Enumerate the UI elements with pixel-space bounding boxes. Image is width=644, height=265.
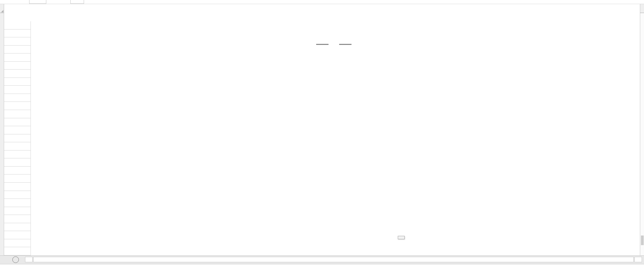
excel-window: [0, 0, 644, 265]
vertical-scrollbar[interactable]: [640, 13, 644, 255]
select-all-corner[interactable]: [0, 4, 4, 13]
add-sheet-button[interactable]: [12, 256, 19, 263]
horizontal-scrollbar-track[interactable]: [33, 257, 634, 262]
sheet-tab-bar: [0, 255, 644, 263]
status-bar: [0, 263, 644, 265]
row-headers: [0, 13, 4, 255]
plus-icon: [12, 256, 19, 263]
column-a-cells[interactable]: [4, 21, 31, 255]
chart-area[interactable]: [31, 21, 639, 255]
tab-navigation: [0, 256, 10, 263]
plot-area: [31, 21, 639, 255]
horizontal-scroll-left-button[interactable]: [25, 257, 33, 262]
name-box-remnant: [29, 0, 46, 4]
toolbar-control-remnant: [70, 0, 84, 4]
horizontal-scroll-right-button[interactable]: [634, 257, 642, 262]
scrollbar-corner: [640, 4, 644, 13]
vertical-scrollbar-thumb[interactable]: [641, 236, 644, 245]
datapoint-tooltip: [398, 236, 405, 239]
formula-bar-remnant: [0, 0, 644, 4]
